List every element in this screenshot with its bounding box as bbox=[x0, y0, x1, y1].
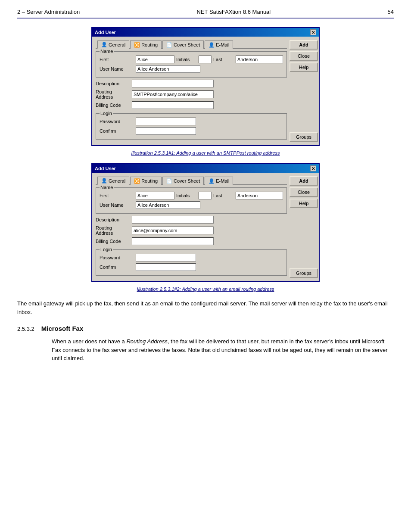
add-button-1[interactable]: Add bbox=[290, 40, 318, 50]
dialog2-main: 👤 General 🔀 Routing 📄 Cover Sheet 👤 E-Ma… bbox=[96, 176, 287, 278]
first-input-2[interactable] bbox=[136, 192, 174, 199]
name-legend-1: Name bbox=[100, 49, 114, 54]
groups-button-2[interactable]: Groups bbox=[290, 268, 318, 278]
initials-label-1: Initials bbox=[176, 57, 197, 62]
header-right: 54 bbox=[388, 9, 394, 15]
dialog1-sidebar: Add Close Help Groups bbox=[290, 40, 318, 142]
description-input-1[interactable] bbox=[132, 80, 214, 87]
initials-input-1[interactable] bbox=[199, 56, 212, 63]
dialog1-body: 👤 General 🔀 Routing 📄 Cover Sheet 👤 E-Ma… bbox=[92, 37, 319, 145]
tab-routing-1[interactable]: 🔀 Routing bbox=[130, 40, 162, 49]
dialog1-close-icon[interactable]: ✕ bbox=[310, 29, 316, 35]
caption-1: Illustration 2.5.3.1#1: Adding a user wi… bbox=[17, 150, 394, 156]
routing-icon-2: 🔀 bbox=[134, 178, 140, 184]
dialog1-main: 👤 General 🔀 Routing 📄 Cover Sheet 👤 E-Ma… bbox=[96, 40, 287, 142]
description-label-1: Description bbox=[96, 81, 130, 86]
tab-email-2[interactable]: 👤 E-Mail bbox=[205, 177, 233, 185]
last-label-2: Last bbox=[213, 193, 234, 198]
username-row-1: User Name bbox=[100, 65, 283, 73]
confirm-row-2: Confirm bbox=[100, 263, 283, 271]
login-section-1: Login Password Confirm bbox=[96, 111, 287, 140]
add-button-2[interactable]: Add bbox=[290, 176, 318, 186]
confirm-input-2[interactable] bbox=[136, 263, 196, 271]
dialog1-title: Add User bbox=[95, 30, 116, 35]
tab-routing-2[interactable]: 🔀 Routing bbox=[130, 177, 162, 185]
routing-input-1[interactable] bbox=[132, 90, 214, 98]
body-text: The email gateway will pick up the fax, … bbox=[17, 299, 394, 316]
name-legend-2: Name bbox=[100, 185, 114, 190]
name-section-1: Name First Initials Last User Name bbox=[96, 49, 287, 78]
close-button-2[interactable]: Close bbox=[290, 187, 318, 197]
password-row-1: Password bbox=[100, 118, 283, 125]
description-label-2: Description bbox=[96, 217, 130, 222]
description-input-2[interactable] bbox=[132, 216, 214, 224]
username-input-1[interactable] bbox=[136, 65, 200, 73]
login-section-2: Login Password Confirm bbox=[96, 247, 287, 276]
password-input-1[interactable] bbox=[136, 118, 196, 125]
help-button-2[interactable]: Help bbox=[290, 199, 318, 208]
password-input-2[interactable] bbox=[136, 254, 196, 261]
dialog2-close-icon[interactable]: ✕ bbox=[310, 165, 316, 171]
tab-email-1[interactable]: 👤 E-Mail bbox=[205, 40, 233, 49]
confirm-label-1: Confirm bbox=[100, 128, 134, 134]
page-header: 2 – Server Administration NET SatisFAXti… bbox=[17, 9, 394, 19]
section-text: When a user does not have a Routing Addr… bbox=[52, 337, 394, 363]
login-legend-2: Login bbox=[100, 247, 113, 252]
dialog2-sidebar: Add Close Help Groups bbox=[290, 176, 318, 278]
add-user-dialog-2: Add User ✕ 👤 General 🔀 Routing 📄 Cover S… bbox=[91, 163, 320, 282]
billing-label-1: Billing Code bbox=[96, 103, 130, 108]
last-input-1[interactable] bbox=[236, 56, 283, 63]
billing-row-2: Billing Code bbox=[96, 237, 287, 245]
dialog2-tabs: 👤 General 🔀 Routing 📄 Cover Sheet 👤 E-Ma… bbox=[96, 176, 287, 185]
email-icon-1: 👤 bbox=[209, 42, 215, 48]
section-number: 2.5.3.2 bbox=[17, 326, 34, 332]
add-user-dialog-1: Add User ✕ 👤 General 🔀 Routing 📄 Cover S… bbox=[91, 27, 320, 146]
coversheet-icon-1: 📄 bbox=[166, 42, 172, 48]
password-row-2: Password bbox=[100, 254, 283, 261]
caption-2: Illustration 2.5.3.1#2: Adding a user wi… bbox=[17, 286, 394, 292]
header-center: NET SatisFAXtion 8.6 Manual bbox=[197, 9, 271, 15]
last-input-2[interactable] bbox=[236, 192, 283, 199]
login-legend-1: Login bbox=[100, 111, 113, 116]
billing-label-2: Billing Code bbox=[96, 239, 130, 244]
username-row-2: User Name bbox=[100, 201, 283, 209]
confirm-row-1: Confirm bbox=[100, 127, 283, 135]
dialog2-titlebar: Add User ✕ bbox=[92, 164, 319, 173]
billing-input-2[interactable] bbox=[132, 237, 214, 245]
first-label-1: First bbox=[100, 57, 134, 62]
password-label-1: Password bbox=[100, 119, 134, 124]
password-label-2: Password bbox=[100, 255, 134, 260]
dialog2-body: 👤 General 🔀 Routing 📄 Cover Sheet 👤 E-Ma… bbox=[92, 173, 319, 281]
dialog1-tabs: 👤 General 🔀 Routing 📄 Cover Sheet 👤 E-Ma… bbox=[96, 40, 287, 49]
first-input-1[interactable] bbox=[136, 56, 174, 63]
confirm-label-2: Confirm bbox=[100, 264, 134, 270]
tab-coversheet-2[interactable]: 📄 Cover Sheet bbox=[162, 177, 204, 185]
routing-icon-1: 🔀 bbox=[134, 42, 140, 48]
section-body: When a user does not have a Routing Addr… bbox=[17, 337, 394, 363]
header-left: 2 – Server Administration bbox=[17, 9, 80, 15]
email-icon-2: 👤 bbox=[209, 178, 215, 184]
initials-label-2: Initials bbox=[176, 193, 197, 198]
tab-coversheet-1[interactable]: 📄 Cover Sheet bbox=[162, 40, 204, 49]
initials-input-2[interactable] bbox=[199, 192, 212, 199]
description-row-2: Description bbox=[96, 216, 287, 224]
coversheet-icon-2: 📄 bbox=[166, 178, 172, 184]
username-input-2[interactable] bbox=[136, 201, 200, 209]
routing-label-1: Routing Address bbox=[96, 89, 130, 100]
name-row-1: First Initials Last bbox=[100, 56, 283, 63]
groups-button-1[interactable]: Groups bbox=[290, 132, 318, 142]
last-label-1: Last bbox=[213, 57, 234, 62]
general-icon-1: 👤 bbox=[101, 42, 107, 47]
tab-general-1[interactable]: 👤 General bbox=[97, 40, 129, 49]
billing-input-1[interactable] bbox=[132, 101, 214, 109]
general-icon-2: 👤 bbox=[101, 178, 107, 184]
routing-row-1: Routing Address bbox=[96, 89, 287, 100]
dialog1-titlebar: Add User ✕ bbox=[92, 28, 319, 37]
name-section-2: Name First Initials Last User Name bbox=[96, 185, 287, 214]
confirm-input-1[interactable] bbox=[136, 127, 196, 135]
close-button-1[interactable]: Close bbox=[290, 51, 318, 61]
tab-general-2[interactable]: 👤 General bbox=[97, 177, 129, 185]
routing-input-2[interactable] bbox=[132, 227, 214, 234]
help-button-1[interactable]: Help bbox=[290, 62, 318, 72]
first-label-2: First bbox=[100, 193, 134, 198]
